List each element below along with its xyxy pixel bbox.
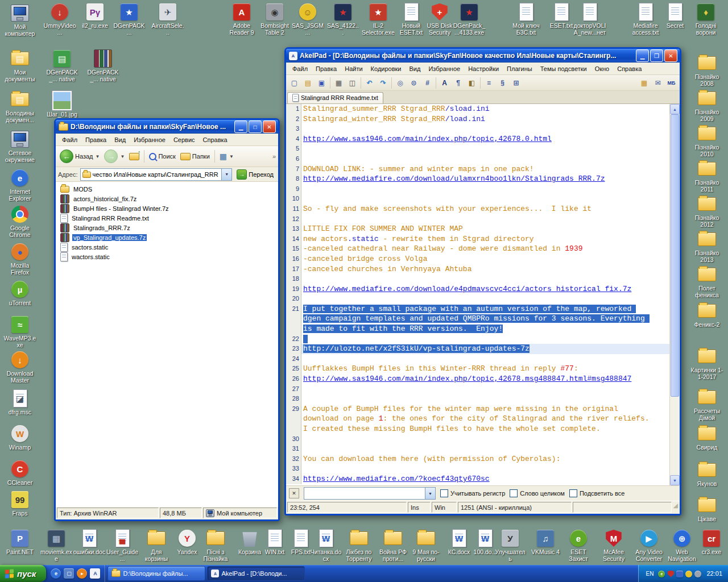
scroll-down-icon[interactable]: ▼: [670, 475, 680, 485]
desktop-icon[interactable]: crcr3.exe: [695, 530, 728, 555]
close-button[interactable]: ✕: [263, 120, 276, 133]
explorer-menu-item[interactable]: Вид: [110, 135, 130, 144]
desktop-icon[interactable]: Свирид: [690, 425, 723, 451]
save-file-button[interactable]: ▣: [315, 77, 328, 89]
scroll-up-icon[interactable]: ▲: [670, 104, 680, 114]
editor-line[interactable]: [301, 354, 669, 364]
desktop-icon[interactable]: eESET Захист онлайн п...: [562, 530, 595, 562]
desktop-icon[interactable]: ▤Володины докумен...: [3, 91, 36, 123]
up-button[interactable]: ↑: [127, 152, 141, 161]
open-file-button[interactable]: ▤: [301, 77, 315, 89]
desktop-icon[interactable]: Google Chrome: [3, 206, 36, 238]
akelpad-menu-item[interactable]: Кодировки: [367, 64, 406, 73]
whole-word-checkbox[interactable]: Слово целиком: [510, 489, 565, 497]
akelpad-menu-item[interactable]: Файл: [288, 64, 312, 73]
desktop-icon[interactable]: Лікбез по Торренту: [342, 530, 375, 562]
akelpad-menu-item[interactable]: Вид: [406, 64, 425, 73]
desktop-icon[interactable]: CCCleaner: [3, 460, 36, 486]
editor-line[interactable]: A couple of BumpH files for the winter m…: [301, 404, 669, 434]
go-button[interactable]: → Переход: [234, 169, 276, 180]
editor-line[interactable]: [301, 384, 669, 394]
desktop-icon[interactable]: ▄User_Guide...: [106, 530, 139, 562]
checkbox-icon[interactable]: [510, 489, 518, 497]
desktop-icon[interactable]: Secret: [659, 3, 692, 29]
explorer-menu-item[interactable]: Файл: [58, 135, 81, 144]
syntax-theme-button[interactable]: ◧: [465, 77, 478, 89]
editor-line[interactable]: [301, 214, 669, 225]
file-item[interactable]: wactors.static: [57, 252, 277, 261]
editor-line[interactable]: new actors.static - rewrite them in Stgr…: [301, 234, 669, 244]
desktop-icon[interactable]: докторVOLIA_new...нетс.txt: [573, 3, 606, 36]
editor-line[interactable]: http://www.mediafire.com/download/ulamxr…: [301, 174, 669, 184]
akelpad-menu-item[interactable]: Окно: [591, 64, 614, 73]
quick-launch-internet-explorer[interactable]: e: [51, 568, 61, 579]
minimize-button[interactable]: ▁: [234, 120, 247, 133]
close-search-icon[interactable]: ✕: [289, 488, 299, 498]
taskbar-task[interactable]: D:\Володины файлы...: [107, 566, 205, 581]
desktop-icon[interactable]: ★DGenPack_...4133.exe: [453, 3, 486, 36]
desktop-icon[interactable]: Для корзины: [140, 530, 173, 562]
checkbox-icon[interactable]: [569, 489, 577, 497]
desktop-icon[interactable]: ≈WaveMP3.exe: [3, 316, 36, 348]
desktop-icon[interactable]: Шаг_01.jpg: [46, 92, 78, 118]
explorer-titlebar[interactable]: D:\Володины файлы и папки\SkyFan\Новое .…: [56, 120, 278, 134]
quick-launch-akelpad[interactable]: A: [90, 568, 100, 579]
desktop-icon[interactable]: ♫VKMusic 4: [529, 530, 562, 555]
file-item[interactable]: sactors.static: [57, 242, 277, 252]
akelpad-menu-item[interactable]: Найти: [341, 64, 366, 73]
desktop-icon[interactable]: ◪dfrg.msc: [3, 390, 36, 415]
goto-line-button[interactable]: #: [421, 77, 434, 89]
print-button[interactable]: ▦: [332, 77, 345, 89]
akelpad-menu-item[interactable]: Плагины: [503, 64, 536, 73]
desktop-icon[interactable]: µuTorrent: [3, 281, 36, 306]
file-item[interactable]: actors_historical_fix.7z: [57, 194, 277, 203]
file-item[interactable]: BumpH files - Stalingrad Winter.7z: [57, 203, 277, 213]
desktop-icon[interactable]: Пізнайко 2008: [690, 55, 723, 87]
file-item[interactable]: Stalingrads_RRR.7z: [57, 223, 277, 232]
editor-line[interactable]: http://www.sas1946.com/main/index.php/to…: [301, 134, 669, 144]
close-button[interactable]: ✕: [664, 49, 677, 62]
codepage-tool-button[interactable]: МБ: [665, 77, 678, 89]
tray-antivirus-shield[interactable]: [667, 569, 674, 577]
desktop-icon[interactable]: MMcAfee Security Sc...: [597, 530, 630, 562]
restore-button[interactable]: ❐: [650, 49, 663, 62]
resize-grip[interactable]: ◢: [673, 502, 679, 513]
explorer-menu-item[interactable]: Избранное: [130, 135, 169, 144]
desktop-icon[interactable]: Сетевое окружение: [3, 131, 36, 163]
akelpad-menu-item[interactable]: Справка: [613, 64, 646, 73]
desktop-icon[interactable]: Мой ключ БЗС.txt: [510, 3, 543, 36]
desktop-icon[interactable]: ▤Мои документы: [3, 50, 36, 82]
desktop-icon[interactable]: ★SAS_4122...: [326, 3, 359, 36]
desktop-icon[interactable]: AAdobe Reader 9: [225, 3, 258, 36]
mail-button[interactable]: ✉: [651, 77, 664, 89]
editor-line[interactable]: [301, 294, 669, 304]
search-input[interactable]: [304, 488, 425, 499]
desktop-icon[interactable]: Полет феникса: [690, 266, 723, 298]
editor-line[interactable]: You can download them here (with permiss…: [301, 454, 669, 464]
quick-launch-show-desktop[interactable]: ▢: [64, 568, 74, 579]
macros-button[interactable]: §: [496, 77, 509, 89]
undo-button[interactable]: ↶: [363, 77, 376, 89]
desktop-icon[interactable]: ♦Голодні ворони: [689, 3, 722, 36]
desktop-icon[interactable]: Цікаве: [690, 497, 723, 522]
calendar-button[interactable]: ▦: [638, 77, 651, 89]
minimize-button[interactable]: ▁: [636, 49, 649, 62]
editor-line[interactable]: Stalingrad_winter_RRR Stgrad_RRR/load.in…: [301, 114, 669, 124]
redo-button[interactable]: ↷: [377, 77, 390, 89]
desktop-icon[interactable]: Mediafire access.txt: [629, 3, 662, 36]
bookmark-list-button[interactable]: ≡: [482, 77, 495, 89]
desktop-icon[interactable]: ▶Any Video Converter: [632, 530, 665, 562]
desktop-icon[interactable]: Пізнайко 2013: [690, 231, 723, 263]
editor-line[interactable]: Stalingrad_summer_RRR Stgrad_RRR/sload.i…: [301, 104, 669, 114]
desktop-icon[interactable]: Пісні з Пізнайка: [199, 530, 232, 562]
editor-line[interactable]: DOWNLOAD LINK: - summer and winter maps …: [301, 164, 669, 174]
file-item[interactable]: MODS: [57, 184, 277, 194]
editor-line[interactable]: -canceled cathedral near Railway - dome …: [301, 244, 669, 254]
quick-launch-media-player[interactable]: ▸: [77, 568, 87, 579]
desktop-icon[interactable]: ●Mozilla Firefox: [3, 243, 36, 276]
views-button[interactable]: ▦ ▼: [218, 151, 235, 162]
search-dropdown-icon[interactable]: ▼: [425, 488, 435, 499]
desktop-icon[interactable]: ☺SAS_JSGM...: [291, 3, 324, 36]
editor-line[interactable]: [301, 144, 669, 154]
font-button[interactable]: A: [438, 77, 451, 89]
